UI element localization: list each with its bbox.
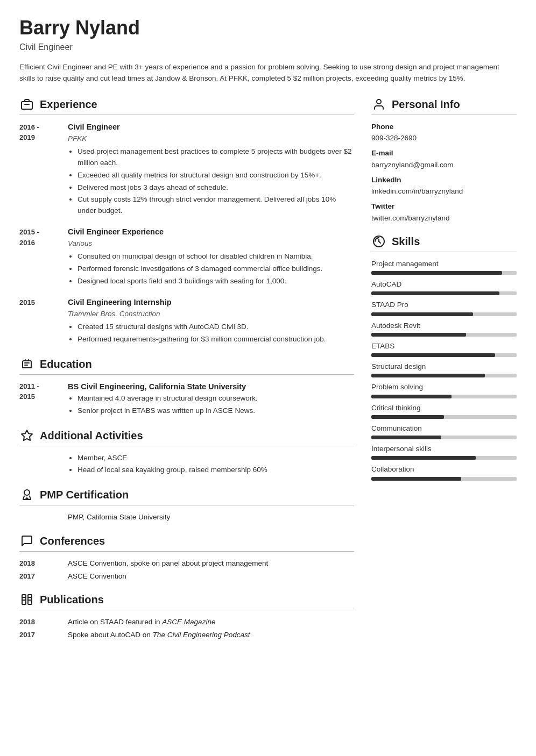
certification-icon [19,487,34,502]
conf-desc-1: ASCE Convention, spoke on panel about pr… [68,558,354,569]
summary-text: Efficient Civil Engineer and PE with 3+ … [19,61,517,84]
education-icon [19,356,34,372]
main-layout: Experience 2016 - 2019 Civil Engineer PF… [19,96,517,651]
pub-entry-1: 2018 Article on STAAD featured in ASCE M… [19,617,354,627]
activities-bullets: Member, ASCE Head of local sea kayaking … [68,453,354,476]
personal-info-header: Personal Info [371,96,517,115]
header: Barry Nyland Civil Engineer Efficient Ci… [19,17,517,84]
exp-bullets-3: Created 15 structural designs with AutoC… [68,322,354,345]
pub-desc-2: Spoke about AutoCAD on The Civil Enginee… [68,630,354,640]
bullet: Used project management best practices t… [77,146,354,169]
phone-label: Phone [371,122,517,132]
exp-company-1: PFKK [68,133,354,144]
bullet: Senior project in ETABS was written up i… [77,405,354,417]
activities-entry: Member, ASCE Head of local sea kayaking … [19,453,354,477]
skill-item: Problem solving [371,382,517,398]
skill-item: ETABS [371,341,517,357]
conf-entry-1: 2018 ASCE Convention, spoke on panel abo… [19,558,354,569]
linkedin-value: linkedin.com/in/barryznyland [371,186,517,197]
personal-info-title: Personal Info [392,96,460,112]
conf-year-2: 2017 [19,571,68,582]
skill-item: Interpersonal skills [371,444,517,460]
conferences-section: Conferences 2018 ASCE Convention, spoke … [19,533,354,582]
activities-title: Additional Activities [40,427,143,444]
skill-name: Communication [371,423,517,434]
bullet: Maintained 4.0 average in structural des… [77,393,354,404]
bullet: Head of local sea kayaking group, raised… [77,465,354,476]
skill-bar-fill [371,477,461,481]
email-label: E-mail [371,148,517,159]
pub-desc-1: Article on STAAD featured in ASCE Magazi… [68,617,354,627]
bullet: Performed forensic investigations of 3 d… [77,263,354,275]
exp-dates-2: 2015 - 2016 [19,226,68,288]
skill-bar-fill [371,271,502,275]
exp-content-3: Civil Engineering Internship Trammler Br… [68,297,354,346]
exp-dates-3: 2015 [19,297,68,346]
skill-item: STAAD Pro [371,299,517,316]
conf-entry-2: 2017 ASCE Convention [19,571,354,582]
publications-title: Publications [40,591,104,608]
skill-item: Collaboration [371,464,517,480]
skills-section: Skills Project management AutoCAD STAAD … [371,233,517,481]
skill-name: AutoCAD [371,279,517,290]
skill-bar-bg [371,374,517,377]
personal-info-icon [371,97,386,112]
svg-point-11 [377,99,381,104]
cert-entry: PMP, California State University [19,512,354,523]
skill-name: Structural design [371,361,517,372]
skill-name: Problem solving [371,382,517,393]
bullet: Exceeded all quality metrics for structu… [77,170,354,181]
skill-bar-bg [371,312,517,316]
skill-item: Project management [371,259,517,275]
skill-item: AutoCAD [371,279,517,295]
bullet: Member, ASCE [77,453,354,464]
email-value: barryznyland@gmail.com [371,160,517,170]
bullet: Performed requirements-gathering for $3 … [77,334,354,345]
skills-list: Project management AutoCAD STAAD Pro Aut… [371,259,517,481]
conferences-title: Conferences [40,533,105,549]
skills-title: Skills [392,233,420,249]
candidate-name: Barry Nyland [19,17,517,39]
education-section: Education 2011 - 2015 BS Civil Engineeri… [19,356,354,418]
skill-bar-bg [371,271,517,275]
svg-marker-3 [22,430,32,440]
activities-header: Additional Activities [19,427,354,446]
exp-entry-3: 2015 Civil Engineering Internship Tramml… [19,297,354,346]
publications-section: Publications 2018 Article on STAAD featu… [19,591,354,641]
skill-bar-bg [371,353,517,357]
skill-bar-fill [371,353,495,357]
exp-company-3: Trammler Bros. Construction [68,309,354,319]
edu-degree-1: BS Civil Engineering, California State U… [68,381,354,393]
publications-header: Publications [19,591,354,610]
left-column: Experience 2016 - 2019 Civil Engineer PF… [19,96,354,651]
certification-header: PMP Certification [19,487,354,505]
skills-icon [371,234,386,249]
publications-icon [19,592,34,607]
experience-icon [19,97,34,112]
skill-bar-fill [371,456,476,460]
edu-entry-1: 2011 - 2015 BS Civil Engineering, Califo… [19,381,354,418]
experience-header: Experience [19,96,354,115]
skill-bar-bg [371,436,517,439]
exp-bullets-1: Used project management best practices t… [68,146,354,217]
cert-content: PMP, California State University [68,512,354,523]
personal-info-fields: Phone 909-328-2690 E-mail barryznyland@g… [371,122,517,224]
candidate-title: Civil Engineer [19,41,517,54]
skill-bar-bg [371,456,517,460]
bullet: Delivered most jobs 3 days ahead of sche… [77,182,354,194]
education-title: Education [40,356,92,372]
skill-name: Autodesk Revit [371,320,517,331]
bullet: Cut supply costs 12% through strict vend… [77,194,354,217]
experience-section: Experience 2016 - 2019 Civil Engineer PF… [19,96,354,346]
skill-bar-bg [371,477,517,481]
skill-item: Communication [371,423,517,439]
svg-rect-0 [22,102,32,109]
exp-content-2: Civil Engineer Experience Various Consul… [68,226,354,288]
skill-name: ETABS [371,341,517,352]
exp-entry-2: 2015 - 2016 Civil Engineer Experience Va… [19,226,354,288]
skill-item: Structural design [371,361,517,377]
personal-info-section: Personal Info Phone 909-328-2690 E-mail … [371,96,517,224]
exp-job-title-3: Civil Engineering Internship [68,297,354,309]
linkedin-label: LinkedIn [371,175,517,186]
twitter-label: Twitter [371,201,517,212]
